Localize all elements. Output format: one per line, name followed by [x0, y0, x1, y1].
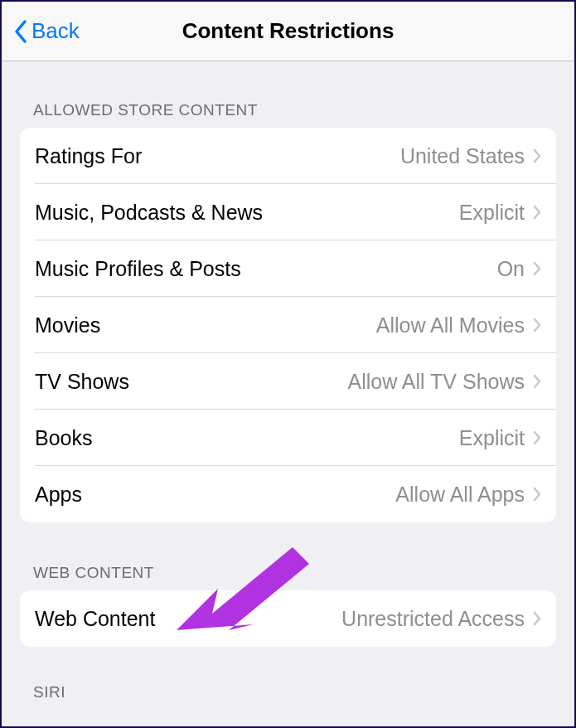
row-label: Web Content [35, 607, 341, 631]
navigation-bar: Back Content Restrictions [2, 2, 574, 61]
row-value: United States [400, 144, 525, 168]
row-value: Allow All TV Shows [347, 370, 525, 394]
row-label: Books [35, 426, 459, 450]
list-group-web-content: Web Content Unrestricted Access [20, 590, 556, 647]
list-group-allowed-store: Ratings For United States Music, Podcast… [20, 128, 556, 522]
page-title: Content Restrictions [2, 18, 574, 44]
row-ratings-for[interactable]: Ratings For United States [20, 128, 556, 184]
row-label: Music, Podcasts & News [35, 201, 459, 225]
row-value: Unrestricted Access [341, 607, 525, 631]
section-header-siri: SIRI [2, 647, 574, 710]
chevron-right-icon [533, 261, 541, 276]
chevron-right-icon [533, 148, 541, 163]
row-value: Allow All Apps [395, 483, 525, 507]
chevron-right-icon [533, 487, 541, 502]
row-web-content[interactable]: Web Content Unrestricted Access [20, 590, 556, 647]
row-tv-shows[interactable]: TV Shows Allow All TV Shows [20, 353, 556, 410]
content-area: ALLOWED STORE CONTENT Ratings For United… [2, 61, 574, 710]
row-apps[interactable]: Apps Allow All Apps [20, 466, 556, 522]
row-value: On [497, 257, 525, 281]
row-books[interactable]: Books Explicit [20, 410, 556, 466]
row-value: Explicit [459, 426, 525, 450]
row-label: Movies [35, 313, 376, 337]
row-value: Allow All Movies [376, 313, 525, 337]
chevron-right-icon [533, 318, 541, 332]
back-label: Back [31, 18, 80, 44]
section-header-allowed-store: ALLOWED STORE CONTENT [2, 61, 574, 128]
chevron-left-icon [13, 19, 28, 44]
row-music-profiles-posts[interactable]: Music Profiles & Posts On [20, 240, 556, 297]
row-movies[interactable]: Movies Allow All Movies [20, 297, 556, 353]
back-button[interactable]: Back [2, 18, 80, 44]
row-label: Music Profiles & Posts [35, 257, 497, 281]
row-label: Apps [35, 483, 395, 507]
row-music-podcasts-news[interactable]: Music, Podcasts & News Explicit [20, 184, 556, 240]
section-header-web-content: WEB CONTENT [2, 522, 574, 590]
row-value: Explicit [459, 201, 525, 225]
row-label: TV Shows [35, 370, 347, 394]
chevron-right-icon [533, 611, 541, 626]
row-label: Ratings For [35, 144, 400, 168]
chevron-right-icon [533, 205, 541, 220]
chevron-right-icon [533, 430, 541, 445]
chevron-right-icon [533, 374, 541, 389]
